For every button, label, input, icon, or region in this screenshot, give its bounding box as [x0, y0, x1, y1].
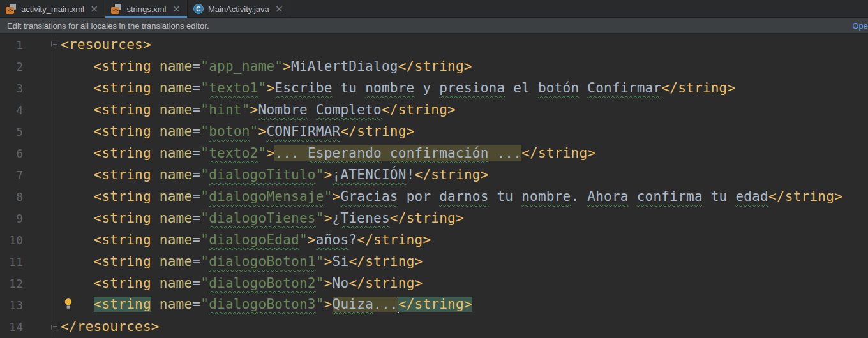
code-token	[151, 254, 160, 269]
code-line-12[interactable]: 12 <string name="dialogoBoton2">No</stri…	[0, 272, 868, 294]
code-token: </resources>	[61, 319, 160, 334]
code-line-4[interactable]: 4 <string name="hint">Nombre Completo</s…	[0, 99, 868, 121]
line-number: 12	[0, 277, 23, 290]
code-token: name	[160, 102, 193, 117]
code-token: confirmación	[390, 145, 489, 161]
code-token	[61, 189, 94, 204]
code-content: <string name="texto1">Escribe tu nombre …	[23, 80, 735, 96]
code-token: </string>	[340, 124, 414, 139]
code-token	[61, 276, 94, 291]
tab-label: activity_main.xml	[21, 4, 84, 14]
code-token: <string	[94, 210, 151, 226]
code-token: dialogoTienes	[209, 210, 316, 226]
code-token: nombre	[365, 80, 414, 96]
code-token: <resources>	[61, 37, 151, 52]
code-token: name	[160, 80, 193, 96]
code-token: </string>	[357, 232, 431, 247]
code-line-14[interactable]: 14</resources>	[0, 316, 868, 337]
code-content: <string name="dialogoBoton2">No</string>	[23, 276, 423, 291]
code-token: Ahora	[587, 189, 628, 204]
code-token	[61, 102, 94, 117]
open-editor-link[interactable]: Ope	[852, 21, 868, 31]
tab-MainActivity-java[interactable]: CMainActivity.java×	[188, 0, 290, 18]
code-token: "	[316, 276, 324, 291]
tab-close-icon[interactable]: ×	[172, 4, 181, 13]
code-token: "	[200, 80, 209, 96]
code-token: tu	[703, 189, 736, 204]
code-line-1[interactable]: 1<resources>	[0, 34, 868, 55]
tab-activity_main-xml[interactable]: <>activity_main.xml×	[0, 0, 105, 18]
code-token: >	[324, 167, 333, 182]
code-token: !	[407, 167, 415, 182]
code-token: <string	[94, 297, 151, 312]
code-content: <string name="hint">Nombre Completo</str…	[23, 102, 456, 117]
code-token: name	[160, 254, 193, 269]
code-token: </string>	[348, 254, 423, 269]
code-token: >	[250, 102, 258, 117]
code-token: "	[316, 167, 324, 182]
intention-bulb-icon[interactable]	[63, 298, 73, 312]
code-token: name	[160, 232, 193, 247]
code-content: </resources>	[23, 319, 160, 334]
code-line-11[interactable]: 11 <string name="dialogoBoton1">Si</stri…	[0, 251, 868, 272]
code-token: "	[316, 254, 324, 269]
code-token: CONFIRMAR	[266, 124, 340, 139]
code-line-10[interactable]: 10 <string name="dialogoEdad">años?</str…	[0, 229, 868, 251]
code-token: tu	[333, 80, 366, 96]
code-line-7[interactable]: 7 <string name="dialogoTitulo">¡ATENCIÓN…	[0, 164, 868, 186]
code-token: dialogoMensaje	[209, 189, 324, 204]
code-token: =	[192, 80, 200, 96]
code-token	[151, 232, 160, 247]
tab-close-icon[interactable]: ×	[90, 4, 98, 13]
code-content: <string name="dialogoBoton3">Quiza...</s…	[23, 297, 472, 313]
code-editor[interactable]: 1<resources>2 <string name="app_name">Mi…	[0, 34, 868, 337]
code-token: </string>	[661, 80, 735, 96]
code-token: <string	[94, 254, 151, 269]
tab-strings-xml[interactable]: <>strings.xml×	[105, 0, 188, 18]
code-token: "	[200, 189, 209, 204]
code-token	[151, 210, 160, 226]
code-token: Escribe	[274, 80, 332, 96]
code-line-9[interactable]: 9 <string name="dialogoTienes">¿Tienes</…	[0, 207, 868, 229]
line-number: 5	[0, 125, 23, 138]
code-line-2[interactable]: 2 <string name="app_name">MiAlertDialog<…	[0, 55, 868, 77]
code-token: <string	[94, 145, 151, 161]
code-token	[151, 80, 160, 96]
tab-close-icon[interactable]: ×	[275, 4, 283, 13]
code-token	[151, 167, 160, 182]
code-token: dialogoBoton1	[209, 254, 316, 269]
code-line-3[interactable]: 3 <string name="texto1">Escribe tu nombr…	[0, 77, 868, 99]
code-token	[151, 59, 160, 74]
code-token: >	[324, 254, 333, 269]
line-number: 2	[0, 60, 23, 73]
line-number: 13	[0, 298, 23, 312]
code-token: Nombre	[258, 102, 308, 117]
line-number: 6	[0, 147, 23, 160]
code-token: </string>	[521, 145, 595, 161]
code-token: Confirmar	[587, 80, 661, 96]
code-token: <string	[94, 59, 151, 74]
code-token: ...	[489, 145, 522, 161]
code-token: Quiza	[333, 297, 373, 312]
code-token: "	[200, 276, 209, 291]
code-token	[151, 145, 160, 161]
line-number: 11	[0, 255, 23, 268]
code-content: <string name="boton">CONFIRMAR</string>	[23, 124, 415, 139]
code-token: texto1	[209, 80, 258, 96]
code-token: name	[160, 167, 193, 182]
code-token	[61, 210, 94, 226]
code-line-13[interactable]: 13 <string name="dialogoBoton3">Quiza...…	[0, 294, 868, 316]
code-line-5[interactable]: 5 <string name="boton">CONFIRMAR</string…	[0, 121, 868, 142]
code-token: =	[192, 145, 200, 161]
code-token: "	[258, 145, 267, 161]
code-token: name	[160, 124, 193, 139]
code-line-8[interactable]: 8 <string name="dialogoMensaje">Gracias …	[0, 186, 868, 207]
code-token	[61, 59, 94, 74]
code-token: >	[324, 297, 333, 312]
code-line-6[interactable]: 6 <string name="texto2">... Esperando co…	[0, 142, 868, 164]
code-token: dialogoBoton2	[209, 276, 316, 291]
code-token: =	[192, 124, 200, 139]
android-xml-file-icon: <>	[6, 4, 17, 14]
code-token: <string	[94, 276, 151, 291]
code-token: </string>	[415, 167, 489, 182]
